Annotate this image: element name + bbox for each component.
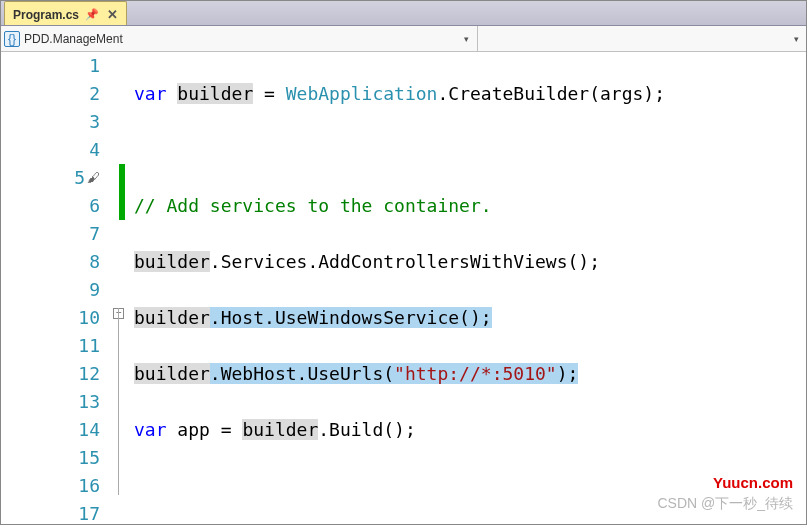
namespace-icon: {} [4, 31, 20, 47]
line-number: 15 [0, 444, 100, 472]
code-line[interactable]: var builder = WebApplication.CreateBuild… [134, 80, 807, 108]
line-number: 16 [0, 472, 100, 500]
code-line[interactable]: builder.Host.UseWindowsService(); [134, 304, 807, 332]
line-number: 8 [0, 248, 100, 276]
line-number: 6 [0, 192, 100, 220]
quick-actions-icon[interactable]: 🖌 [87, 164, 100, 192]
namespace-label: PDD.ManageMent [24, 32, 123, 46]
namespace-dropdown[interactable]: {} PDD.ManageMent ▾ [0, 26, 478, 51]
line-number: 13 [0, 388, 100, 416]
line-number: 14 [0, 416, 100, 444]
close-icon[interactable]: ✕ [105, 7, 120, 22]
line-number: 12 [0, 360, 100, 388]
tab-title: Program.cs [13, 8, 79, 22]
file-tab-program-cs[interactable]: Program.cs 📌 ✕ [4, 1, 127, 25]
watermark-csdn: CSDN @下一秒_待续 [657, 495, 793, 513]
chevron-down-icon[interactable]: ▾ [460, 34, 473, 44]
code-line[interactable]: // Add services to the container. [134, 192, 807, 220]
pin-icon[interactable]: 📌 [85, 8, 99, 21]
line-number: 10 [0, 304, 100, 332]
chevron-down-icon[interactable]: ▾ [790, 34, 803, 44]
code-area[interactable]: var builder = WebApplication.CreateBuild… [128, 52, 807, 525]
line-number: 7 [0, 220, 100, 248]
line-number: 9 [0, 276, 100, 304]
code-line[interactable]: builder.WebHost.UseUrls("http://*:5010")… [134, 360, 807, 388]
line-number: 5🖌 [0, 164, 100, 192]
line-number: 11 [0, 332, 100, 360]
line-number-gutter: 1 2 3 4 5🖌 6 7 8 9 10 11 12 13 14 15 16 … [0, 52, 110, 525]
fold-guide [118, 308, 119, 495]
outlining-margin: − [110, 52, 128, 525]
line-number: 4 [0, 136, 100, 164]
code-line[interactable] [134, 136, 807, 164]
code-line[interactable]: var app = builder.Build(); [134, 416, 807, 444]
code-editor[interactable]: 1 2 3 4 5🖌 6 7 8 9 10 11 12 13 14 15 16 … [0, 52, 807, 525]
navigation-bar: {} PDD.ManageMent ▾ ▾ [0, 26, 807, 52]
line-number: 17 [0, 500, 100, 525]
tab-bar: Program.cs 📌 ✕ [0, 0, 807, 26]
line-number: 1 [0, 52, 100, 80]
line-number: 3 [0, 108, 100, 136]
member-dropdown[interactable]: ▾ [478, 26, 807, 51]
watermark-site: Yuucn.com [713, 474, 793, 491]
change-indicator [119, 164, 125, 220]
line-number: 2 [0, 80, 100, 108]
code-line[interactable]: builder.Services.AddControllersWithViews… [134, 248, 807, 276]
